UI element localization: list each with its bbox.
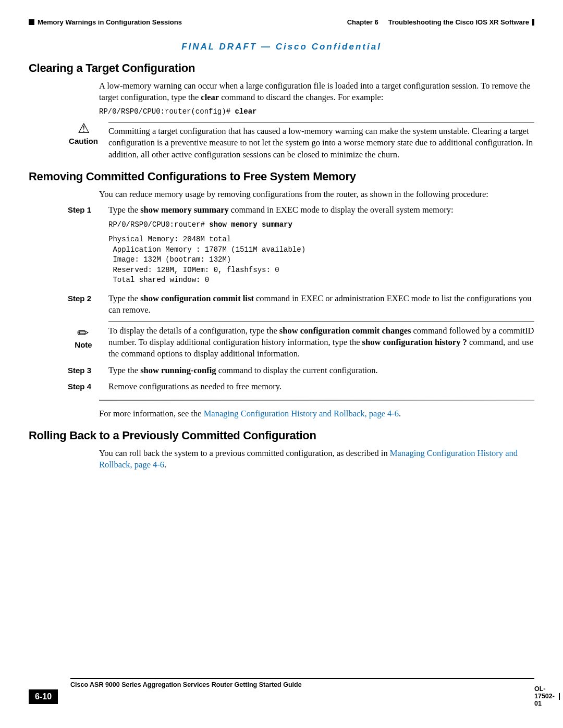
section3-paragraph: You can roll back the system to a previo…	[99, 448, 534, 471]
section-clearing-title: Clearing a Target Configuration	[29, 61, 534, 75]
footer-doc-id: OL-17502-01	[534, 685, 556, 707]
code-block-show-memory: RP/0/RSP0/CPU0:router# show memory summa…	[108, 220, 534, 230]
step3-row: Step 3 Type the show running-config comm…	[68, 365, 534, 376]
note-left: ✎ Note	[68, 322, 99, 349]
show-memory-summary-cmd: show memory summary	[140, 205, 229, 215]
show-config-commit-changes-cmd: show configuration commit changes	[279, 326, 411, 336]
header-marker-icon	[29, 19, 34, 25]
page-footer: Cisco ASR 9000 Series Aggregation Servic…	[29, 678, 534, 707]
show-config-commit-list-cmd: show configuration commit list	[140, 293, 254, 303]
caution-admonition: ⚠ Caution Committing a target configurat…	[68, 122, 534, 161]
show-config-history-cmd: show configuration history ?	[362, 337, 467, 347]
step1-body: Type the show memory summary command in …	[108, 204, 534, 289]
note-text: To display the details of a configuratio…	[108, 322, 534, 360]
footer-doc-id-wrap: OL-17502-01	[534, 678, 560, 707]
caution-label: Caution	[68, 137, 99, 145]
procedure-end-rule	[99, 400, 534, 401]
running-header: Memory Warnings in Configuration Session…	[29, 18, 534, 26]
caution-text: Committing a target configuration that h…	[108, 122, 534, 161]
show-running-config-cmd: show running-config	[140, 365, 216, 375]
confidential-banner: FINAL DRAFT — Cisco Confidential	[29, 42, 534, 52]
managing-config-history-link[interactable]: Managing Configuration History and Rollb…	[204, 409, 399, 418]
header-bar-icon	[532, 19, 534, 26]
more-info-paragraph: For more information, see the Managing C…	[99, 408, 534, 419]
step4-row: Step 4 Remove configurations as needed t…	[68, 381, 534, 392]
note-admonition: ✎ Note To display the details of a confi…	[68, 322, 534, 360]
code-block-clear: RP/0/RSP0/CPU0:router(config)# clear	[99, 107, 534, 117]
note-icon: ✎	[75, 325, 92, 342]
header-chapter-title: Troubleshooting the Cisco IOS XR Softwar…	[388, 18, 529, 26]
step4-label: Step 4	[68, 381, 99, 391]
caution-left: ⚠ Caution	[68, 122, 99, 145]
footer-bar-icon	[559, 693, 560, 700]
code-output-memory: Physical Memory: 2048M total Application…	[108, 235, 534, 286]
header-section-label: Memory Warnings in Configuration Session…	[38, 18, 182, 26]
step2-body: Type the show configuration commit list …	[108, 293, 534, 316]
section2-intro: You can reduce memory usage by removing …	[99, 189, 534, 200]
footer-guide-title: Cisco ASR 9000 Series Aggregation Servic…	[70, 679, 534, 688]
step3-body: Type the show running-config command to …	[108, 365, 534, 376]
step2-label: Step 2	[68, 293, 99, 303]
step1-row: Step 1 Type the show memory summary comm…	[68, 204, 534, 289]
section1-paragraph: A low-memory warning can occur when a la…	[99, 80, 534, 104]
clear-command-ref: clear	[201, 92, 219, 102]
step4-body: Remove configurations as needed to free …	[108, 381, 534, 392]
caution-icon: ⚠	[68, 122, 99, 135]
header-left: Memory Warnings in Configuration Session…	[29, 18, 182, 26]
header-chapter-prefix: Chapter 6	[347, 18, 378, 26]
header-right: Chapter 6 Troubleshooting the Cisco IOS …	[347, 18, 534, 26]
section-rolling-back-title: Rolling Back to a Previously Committed C…	[29, 429, 534, 442]
page-number: 6-10	[29, 689, 58, 704]
step2-row: Step 2 Type the show configuration commi…	[68, 293, 534, 316]
section-removing-title: Removing Committed Configurations to Fre…	[29, 170, 534, 183]
step1-label: Step 1	[68, 204, 99, 214]
step3-label: Step 3	[68, 365, 99, 375]
